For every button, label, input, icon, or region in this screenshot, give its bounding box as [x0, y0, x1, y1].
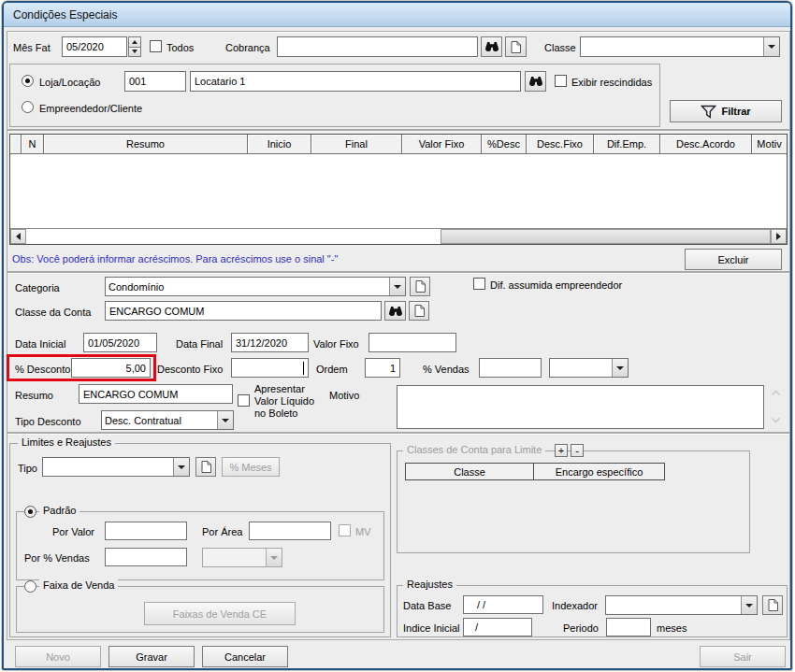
client-area: Mês Fat 05/2020 Todos Cobrança Classe Lo…	[4, 28, 790, 668]
grid-col-desc[interactable]: %Desc	[482, 135, 527, 153]
categoria-combo[interactable]: Condomínio	[105, 277, 406, 296]
scroll-down-icon[interactable]	[771, 417, 781, 423]
filtrar-button[interactable]: Filtrar	[670, 100, 782, 122]
new-document-icon	[414, 305, 425, 317]
spinner-up-icon[interactable]	[128, 36, 141, 48]
todos-checkbox[interactable]	[150, 40, 162, 52]
valor-fixo-input[interactable]	[369, 333, 456, 352]
classe-conta-new-button[interactable]	[409, 301, 429, 321]
chevron-down-icon[interactable]	[763, 37, 779, 56]
obs-text: Obs: Você poderá informar acréscimos. Pa…	[12, 253, 338, 265]
vendas-combo[interactable]	[549, 358, 629, 378]
grid-col-final[interactable]: Final	[311, 135, 402, 153]
por-area-input[interactable]	[249, 522, 331, 540]
scroll-right-icon[interactable]	[771, 229, 787, 244]
limites-tipo-new-button[interactable]	[195, 457, 216, 477]
classes-col-encargo[interactable]: Encargo específico	[533, 463, 665, 480]
grid-col-n[interactable]: N	[22, 135, 44, 153]
add-class-button[interactable]: +	[555, 444, 568, 457]
mes-fat-input[interactable]: 05/2020	[62, 36, 127, 57]
grid-body[interactable]	[10, 154, 787, 228]
grid-hscrollbar[interactable]	[10, 228, 787, 244]
empreendedor-radio[interactable]	[22, 101, 34, 113]
chevron-down-icon[interactable]	[389, 278, 405, 295]
loja-name-input[interactable]: Locatario 1	[190, 71, 521, 92]
apresentar-checkbox[interactable]	[238, 394, 250, 407]
indexador-new-button[interactable]	[762, 595, 783, 615]
chevron-down-icon[interactable]	[741, 596, 757, 614]
scroll-thumb[interactable]	[441, 229, 771, 244]
limites-tipo-combo[interactable]	[42, 457, 190, 477]
entity-group: Loja/Locação 001 Locatario 1 Exibir resc…	[9, 64, 660, 127]
cobranca-new-button[interactable]	[505, 36, 527, 57]
remove-class-button[interactable]: -	[571, 444, 584, 457]
resumo-input[interactable]: ENCARGO COMUM	[79, 384, 233, 404]
cobranca-input[interactable]	[277, 36, 478, 57]
por-valor-input[interactable]	[105, 522, 187, 540]
classe-label: Classe	[544, 42, 576, 53]
grid-col-inicio[interactable]: Inicio	[248, 135, 311, 153]
classe-combo[interactable]	[580, 36, 780, 57]
mes-fat-spinner[interactable]	[128, 36, 141, 57]
desconto-input[interactable]: 5,00	[71, 358, 151, 378]
limites-title: Limites e Reajustes	[18, 436, 115, 448]
chevron-down-icon[interactable]	[612, 359, 628, 377]
tipo-desconto-combo[interactable]: Desc. Contratual	[101, 410, 234, 430]
chevron-down-icon[interactable]	[173, 458, 189, 476]
chevron-down-icon[interactable]	[217, 411, 233, 429]
classes-limite-group: Classes de Conta para Limite + - Classe …	[397, 450, 750, 553]
sair-button: Sair	[700, 646, 786, 667]
desconto-fixo-input[interactable]	[231, 358, 309, 378]
spinner-down-icon[interactable]	[128, 48, 141, 58]
classe-conta-input[interactable]: ENCARGO COMUM	[105, 301, 382, 321]
dif-assumida-label: Dif. assumida empreendedor	[490, 279, 622, 291]
grid-col-dif-emp[interactable]: Dif.Emp.	[594, 135, 660, 153]
grid-col-motivo[interactable]: Motiv	[752, 135, 787, 153]
data-base-label: Data Base	[403, 600, 451, 611]
exibir-rescindidas-checkbox[interactable]	[555, 75, 567, 87]
gravar-button[interactable]: Gravar	[108, 646, 195, 667]
chevron-down-icon	[266, 549, 282, 566]
classe-conta-search-button[interactable]	[384, 301, 406, 321]
indice-inicial-input[interactable]: /	[463, 618, 532, 636]
por-vendas-input[interactable]	[105, 548, 187, 566]
periodo-input[interactable]	[606, 618, 651, 636]
padrao-group: Padrão Por Valor Por Área MV Por % Venda…	[16, 511, 384, 580]
data-base-input[interactable]: / /	[463, 595, 543, 614]
grid-col-selector[interactable]	[10, 135, 22, 153]
classes-col-classe[interactable]: Classe	[405, 463, 534, 480]
grid-col-desc-acordo[interactable]: Desc.Acordo	[660, 135, 752, 153]
ordem-input[interactable]: 1	[365, 358, 400, 378]
por-vendas-label: Por % Vendas	[24, 552, 90, 564]
padrao-radio[interactable]	[24, 506, 36, 518]
empreendedor-radio-label: Empreendedor/Cliente	[39, 103, 142, 114]
cancelar-button[interactable]: Cancelar	[202, 646, 288, 667]
new-document-icon	[415, 280, 426, 293]
loja-search-button[interactable]	[525, 71, 546, 92]
data-inicial-input[interactable]: 01/05/2020	[83, 333, 157, 352]
title-bar[interactable]: Condições Especiais	[4, 3, 790, 27]
scroll-up-icon[interactable]	[771, 390, 781, 396]
vendas-input[interactable]	[479, 358, 542, 378]
grid-col-valor-fixo[interactable]: Valor Fixo	[402, 135, 482, 153]
cobranca-search-button[interactable]	[481, 36, 502, 57]
grid-col-desc-fixo[interactable]: Desc.Fixo	[527, 135, 594, 153]
categoria-new-button[interactable]	[410, 277, 430, 296]
faixa-radio[interactable]	[24, 580, 36, 593]
loja-code-input[interactable]: 001	[124, 71, 186, 92]
indexador-combo[interactable]	[605, 595, 758, 615]
periodo-label: Periodo	[563, 622, 599, 634]
data-final-input[interactable]: 31/12/2020	[231, 333, 309, 352]
loja-radio[interactable]	[22, 75, 34, 87]
new-document-icon	[511, 41, 521, 53]
padrao-label: Padrão	[39, 505, 80, 516]
novo-button: Novo	[15, 646, 101, 667]
dif-assumida-checkbox[interactable]	[473, 278, 485, 290]
excluir-button[interactable]: Excluir	[685, 249, 782, 270]
binoculars-icon	[388, 306, 403, 317]
motivo-textarea[interactable]	[397, 385, 764, 429]
scroll-left-icon[interactable]	[10, 229, 26, 244]
grid-col-resumo[interactable]: Resumo	[44, 135, 248, 153]
limites-group: Limites e Reajustes Tipo % Meses Padrão …	[9, 443, 391, 637]
grid-header: N Resumo Inicio Final Valor Fixo %Desc D…	[10, 135, 787, 154]
